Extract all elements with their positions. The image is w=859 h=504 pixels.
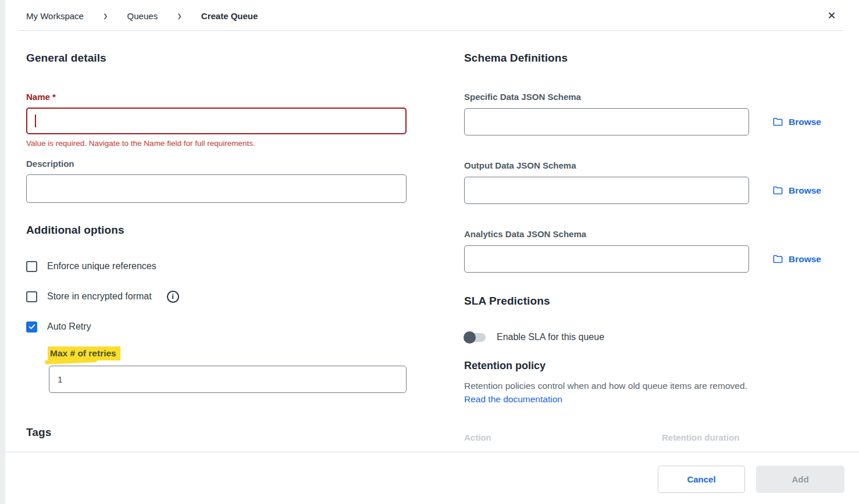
output-schema-row: Browse: [464, 177, 848, 204]
breadcrumb: My Workspace › Queues › Create Queue: [26, 8, 833, 24]
sla-toggle-label: Enable SLA for this queue: [497, 332, 604, 342]
page-background-strip: [0, 0, 5, 504]
checkbox-row-enforce-unique: Enforce unique references: [26, 260, 407, 273]
breadcrumb-queues[interactable]: Queues: [127, 11, 158, 21]
chevron-right-icon: ›: [104, 9, 108, 23]
checkbox-label: Store in encrypted format: [47, 291, 152, 302]
text-cursor: [35, 115, 36, 127]
general-details-heading: General details: [26, 52, 407, 65]
analytics-schema-input[interactable]: [464, 245, 749, 273]
checkmark-icon: [28, 323, 36, 331]
specific-schema-row: Browse: [464, 108, 848, 135]
browse-label: Browse: [789, 117, 821, 127]
analytics-schema-label: Analytics Data JSON Schema: [464, 229, 848, 239]
output-schema-input[interactable]: [464, 177, 749, 204]
breadcrumb-create-queue: Create Queue: [201, 11, 258, 21]
specific-schema-input[interactable]: [464, 108, 749, 135]
add-button[interactable]: Add: [756, 466, 844, 493]
create-queue-panel: My Workspace › Queues › Create Queue ✕ G…: [0, 0, 859, 504]
footer-action-bar: Cancel Add: [0, 452, 859, 504]
name-error-message: Value is required. Navigate to the Name …: [26, 139, 407, 148]
info-icon[interactable]: i: [167, 291, 179, 303]
auto-retry-checkbox[interactable]: [26, 321, 37, 333]
sla-toggle[interactable]: [464, 333, 486, 342]
chevron-right-icon: ›: [177, 9, 181, 23]
sla-predictions-heading: SLA Predictions: [464, 295, 848, 308]
checkbox-row-auto-retry: Auto Retry: [26, 320, 407, 333]
general-details-section: General details Name * Value is required…: [26, 30, 407, 439]
schema-definitions-section: Schema Definitions Specific Data JSON Sc…: [464, 30, 848, 445]
tags-heading: Tags: [26, 426, 407, 439]
description-input[interactable]: [26, 174, 407, 203]
specific-schema-label: Specific Data JSON Schema: [464, 92, 848, 102]
max-retries-input[interactable]: [49, 366, 407, 393]
output-schema-browse-button[interactable]: Browse: [772, 185, 821, 196]
encrypted-format-checkbox[interactable]: [26, 291, 37, 302]
toggle-knob: [464, 331, 476, 344]
read-documentation-link[interactable]: Read the documentation: [464, 394, 562, 405]
description-label: Description: [26, 159, 407, 169]
name-input[interactable]: [26, 108, 407, 134]
name-label: Name *: [26, 92, 407, 102]
cancel-button[interactable]: Cancel: [658, 466, 745, 493]
folder-icon: [772, 185, 783, 196]
enforce-unique-checkbox[interactable]: [26, 261, 37, 272]
browse-label: Browse: [789, 185, 821, 196]
retention-policy-heading: Retention policy: [464, 360, 848, 372]
close-icon[interactable]: ✕: [824, 8, 840, 24]
folder-icon: [772, 116, 783, 127]
sla-toggle-row: Enable SLA for this queue: [464, 330, 848, 344]
output-schema-label: Output Data JSON Schema: [464, 160, 848, 170]
checkbox-label: Enforce unique references: [47, 261, 156, 271]
additional-options-heading: Additional options: [26, 224, 407, 237]
specific-schema-browse-button[interactable]: Browse: [772, 116, 821, 127]
retention-table-headers: Action Retention duration: [464, 432, 848, 445]
analytics-schema-row: Browse: [464, 245, 848, 273]
checkbox-row-encrypted: Store in encrypted format i: [26, 290, 407, 303]
browse-label: Browse: [789, 254, 821, 264]
max-retries-label-row: Max # of retries: [48, 346, 407, 360]
analytics-schema-browse-button[interactable]: Browse: [772, 253, 821, 264]
retention-duration-column-header: Retention duration: [662, 432, 739, 442]
checkbox-label: Auto Retry: [47, 321, 91, 332]
schema-definitions-heading: Schema Definitions: [464, 52, 848, 65]
breadcrumb-my-workspace[interactable]: My Workspace: [26, 11, 84, 21]
max-retries-label-highlighted: Max # of retries: [48, 346, 120, 360]
action-column-header: Action: [464, 432, 491, 442]
folder-icon: [772, 253, 783, 264]
retention-policy-description: Retention policies control when and how …: [464, 381, 848, 391]
